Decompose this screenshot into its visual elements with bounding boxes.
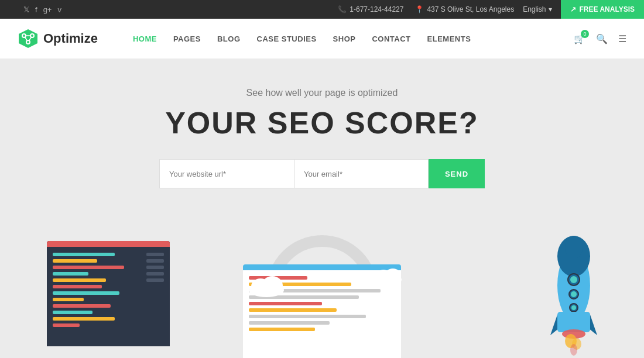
- url-input[interactable]: [159, 159, 294, 188]
- sidebar-line: [146, 259, 164, 263]
- facebook-icon[interactable]: f: [35, 5, 37, 14]
- code-line: [53, 311, 93, 314]
- cart-badge: 0: [581, 30, 589, 38]
- browser-line: [249, 321, 330, 325]
- rocket-illustration: [550, 229, 632, 358]
- language-selector[interactable]: English ▾: [523, 5, 551, 13]
- topbar-info: 📞 1-677-124-44227 📍 437 S Olive St, Los …: [338, 5, 514, 13]
- search-icon: 🔍: [596, 34, 608, 44]
- code-line: [53, 298, 84, 301]
- editor-header-bar: [47, 241, 170, 247]
- googleplus-icon[interactable]: g+: [43, 5, 52, 14]
- cta-label: Free Analysis: [580, 5, 635, 13]
- code-editor-mockup: [47, 241, 170, 346]
- sidebar-line: [146, 278, 164, 282]
- phone-number: 1-677-124-44227: [350, 5, 403, 13]
- hero-subtitle: See how well your page is optimized: [246, 88, 398, 98]
- svg-point-12: [385, 268, 401, 283]
- chevron-down-icon: ▾: [549, 5, 552, 13]
- language-label: English: [523, 5, 546, 13]
- code-line: [53, 278, 106, 282]
- nav-icons: 🛒 0 🔍 ☰: [574, 33, 626, 44]
- free-analysis-button[interactable]: ↗ Free Analysis: [561, 0, 644, 19]
- editor-body: [47, 247, 170, 333]
- nav-blog[interactable]: BLOG: [217, 35, 241, 43]
- topbar-left: 𝕏 f g+ v: [23, 5, 61, 14]
- svg-point-15: [565, 236, 583, 259]
- search-button[interactable]: 🔍: [596, 33, 608, 44]
- phone-icon: 📞: [338, 5, 347, 13]
- svg-point-21: [571, 305, 576, 310]
- svg-point-28: [570, 344, 577, 356]
- svg-marker-0: [19, 29, 37, 48]
- sidebar-line: [146, 272, 164, 276]
- cloud-left: [246, 274, 287, 300]
- menu-button[interactable]: ☰: [618, 33, 626, 44]
- location-icon: 📍: [415, 5, 424, 13]
- email-input[interactable]: [294, 159, 429, 188]
- rocket: [539, 227, 609, 358]
- header: Optimize HOME PAGES BLOG CASE STUDIES SH…: [0, 19, 644, 58]
- code-editor-illustration: [47, 241, 187, 358]
- address-text: 437 S Olive St, Los Angeles: [427, 5, 514, 13]
- rocket-svg: [539, 227, 609, 356]
- svg-point-19: [571, 291, 577, 297]
- cloud-svg: [246, 274, 287, 297]
- illustrations: [0, 241, 644, 358]
- code-line: [53, 259, 97, 263]
- send-button[interactable]: SEND: [429, 159, 485, 188]
- logo-text: Optimize: [43, 31, 98, 46]
- topbar: 𝕏 f g+ v 📞 1-677-124-44227 📍 437 S Olive…: [0, 0, 644, 19]
- logo-icon: [18, 28, 39, 49]
- cloud-right: [372, 267, 404, 288]
- twitter-icon[interactable]: 𝕏: [23, 5, 29, 14]
- analysis-icon: ↗: [570, 5, 576, 13]
- nav-shop[interactable]: SHOP: [333, 35, 356, 43]
- code-lines: [53, 253, 142, 327]
- hamburger-icon: ☰: [618, 34, 626, 44]
- nav-pages[interactable]: PAGES: [173, 35, 201, 43]
- cart-button[interactable]: 🛒 0: [574, 33, 585, 44]
- browser-line: [249, 328, 315, 331]
- code-line: [53, 253, 115, 256]
- hero-section: See how well your page is optimized YOUR…: [0, 58, 644, 358]
- address-info: 📍 437 S Olive St, Los Angeles: [415, 5, 514, 13]
- sidebar-line: [146, 266, 164, 269]
- code-line: [53, 317, 115, 321]
- center-illustration: [234, 241, 410, 358]
- browser-line: [249, 302, 322, 305]
- code-sidebar: [146, 253, 164, 327]
- cloud-svg: [372, 267, 404, 285]
- hero-title: YOUR SEO SCORE?: [165, 105, 479, 140]
- nav-contact[interactable]: CONTACT: [372, 35, 410, 43]
- svg-point-17: [570, 276, 577, 283]
- sidebar-line: [146, 253, 164, 256]
- nav-home[interactable]: HOME: [133, 35, 157, 43]
- browser-line: [249, 308, 337, 312]
- code-line: [53, 291, 119, 295]
- phone-info: 📞 1-677-124-44227: [338, 5, 403, 13]
- social-links: 𝕏 f g+ v: [23, 5, 61, 14]
- seo-form: SEND: [159, 159, 485, 188]
- code-line: [53, 285, 102, 288]
- main-nav: HOME PAGES BLOG CASE STUDIES SHOP CONTAC…: [133, 35, 574, 43]
- browser-line: [249, 315, 366, 318]
- nav-case-studies[interactable]: CASE STUDIES: [257, 35, 317, 43]
- svg-point-9: [262, 276, 283, 295]
- vimeo-icon[interactable]: v: [57, 5, 61, 14]
- logo[interactable]: Optimize: [18, 28, 98, 49]
- code-line: [53, 266, 124, 269]
- nav-elements[interactable]: ELEMENTS: [427, 35, 471, 43]
- svg-rect-24: [557, 312, 590, 332]
- code-line: [53, 323, 80, 327]
- code-line: [53, 304, 111, 308]
- code-line: [53, 272, 88, 276]
